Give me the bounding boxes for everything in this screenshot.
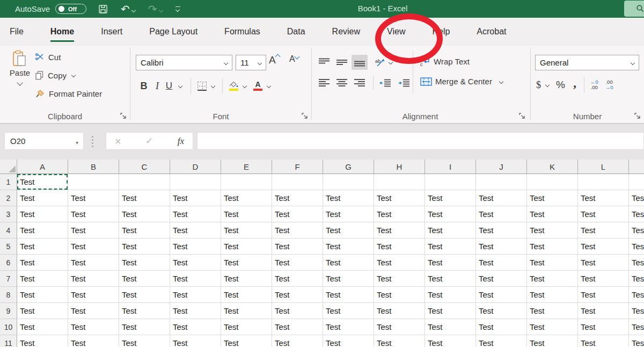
cell-G9[interactable]: Test — [323, 303, 374, 319]
cell-L9[interactable]: Test — [578, 303, 629, 319]
orientation-button[interactable]: ab — [375, 58, 385, 67]
cell-L2[interactable]: Test — [578, 190, 629, 206]
underline-dropdown-icon[interactable] — [178, 84, 182, 88]
cell-partial2[interactable]: Test — [629, 190, 644, 206]
clipboard-dialog-launcher[interactable] — [120, 113, 127, 119]
cell-partial10[interactable]: Test — [629, 319, 644, 335]
cell-K3[interactable]: Test — [527, 206, 578, 222]
tab-formulas[interactable]: Formulas — [224, 18, 260, 46]
fill-color-dropdown-icon[interactable] — [243, 84, 247, 88]
cell-E5[interactable]: Test — [221, 238, 272, 255]
cell-A7[interactable]: Test — [17, 271, 68, 287]
cell-E1[interactable] — [221, 174, 272, 190]
copy-dropdown-icon[interactable] — [71, 73, 76, 77]
cell-B4[interactable]: Test — [68, 222, 119, 238]
cell-I6[interactable]: Test — [425, 255, 476, 271]
cell-G4[interactable]: Test — [323, 222, 374, 238]
cell-F7[interactable]: Test — [272, 271, 323, 287]
cell-C5[interactable]: Test — [119, 238, 170, 255]
cell-H1[interactable] — [374, 174, 425, 190]
tab-acrobat[interactable]: Acrobat — [477, 18, 506, 46]
font-dialog-launcher[interactable] — [302, 113, 308, 119]
cell-E9[interactable]: Test — [221, 303, 272, 319]
cell-I2[interactable]: Test — [425, 190, 476, 206]
cell-D11[interactable]: Test — [170, 335, 221, 347]
cell-D7[interactable]: Test — [170, 271, 221, 287]
font-color-dropdown-icon[interactable] — [267, 84, 271, 88]
cell-D5[interactable]: Test — [170, 238, 221, 255]
tab-insert[interactable]: Insert — [101, 18, 122, 46]
cell-B7[interactable]: Test — [68, 271, 119, 287]
cell-A3[interactable]: Test — [17, 206, 68, 222]
column-header-D[interactable]: D — [170, 160, 221, 174]
decrease-font-size-button[interactable]: A — [289, 54, 299, 64]
cell-E7[interactable]: Test — [221, 271, 272, 287]
align-right-button[interactable] — [352, 75, 368, 90]
cell-J5[interactable]: Test — [476, 238, 527, 255]
cell-I4[interactable]: Test — [425, 222, 476, 238]
cell-B5[interactable]: Test — [68, 238, 119, 255]
cell-K10[interactable]: Test — [527, 319, 578, 335]
cell-C8[interactable]: Test — [119, 287, 170, 303]
cell-F5[interactable]: Test — [272, 238, 323, 255]
cell-C10[interactable]: Test — [119, 319, 170, 335]
cell-E10[interactable]: Test — [221, 319, 272, 335]
cell-L3[interactable]: Test — [578, 206, 629, 222]
increase-indent-button[interactable] — [398, 78, 411, 87]
underline-button[interactable]: U — [164, 81, 174, 91]
column-header-G[interactable]: G — [323, 160, 374, 174]
cell-D3[interactable]: Test — [170, 206, 221, 222]
font-family-combobox[interactable]: Calibri — [136, 55, 232, 70]
tab-help[interactable]: Help — [432, 18, 450, 46]
cell-H8[interactable]: Test — [374, 287, 425, 303]
cell-E3[interactable]: Test — [221, 206, 272, 222]
accounting-dropdown-icon[interactable] — [545, 83, 550, 87]
align-center-button[interactable] — [334, 75, 350, 90]
row-header-6[interactable]: 6 — [0, 255, 17, 271]
insert-function-button[interactable]: fx — [178, 136, 184, 147]
cell-A5[interactable]: Test — [17, 238, 68, 255]
cell-E8[interactable]: Test — [221, 287, 272, 303]
cell-I5[interactable]: Test — [425, 238, 476, 255]
cell-C11[interactable]: Test — [119, 335, 170, 347]
column-header-J[interactable]: J — [476, 160, 527, 174]
row-header-10[interactable]: 10 — [0, 319, 17, 335]
middle-align-button[interactable] — [334, 55, 350, 70]
cell-partial1[interactable] — [629, 174, 644, 190]
column-header-E[interactable]: E — [221, 160, 272, 174]
font-color-button[interactable]: A — [253, 81, 262, 91]
cell-L1[interactable] — [578, 174, 629, 190]
cell-K6[interactable]: Test — [527, 255, 578, 271]
cell-G6[interactable]: Test — [323, 255, 374, 271]
cell-B2[interactable]: Test — [68, 190, 119, 206]
cell-D8[interactable]: Test — [170, 287, 221, 303]
borders-dropdown-icon[interactable] — [211, 84, 215, 88]
borders-button[interactable] — [197, 82, 207, 91]
cell-K9[interactable]: Test — [527, 303, 578, 319]
cell-G8[interactable]: Test — [323, 287, 374, 303]
merge-center-button[interactable]: Merge & Center — [420, 77, 503, 86]
select-all-corner[interactable] — [0, 160, 17, 174]
cell-H6[interactable]: Test — [374, 255, 425, 271]
tab-data[interactable]: Data — [287, 18, 305, 46]
cell-A1[interactable]: Test — [17, 174, 68, 190]
cell-partial9[interactable]: Test — [629, 303, 644, 319]
cell-J3[interactable]: Test — [476, 206, 527, 222]
cell-H3[interactable]: Test — [374, 206, 425, 222]
font-size-combobox[interactable]: 11 — [236, 55, 266, 70]
cell-L4[interactable]: Test — [578, 222, 629, 238]
tab-home[interactable]: Home — [50, 18, 74, 46]
column-header-F[interactable]: F — [272, 160, 323, 174]
tab-view[interactable]: View — [387, 18, 405, 46]
cell-A10[interactable]: Test — [17, 319, 68, 335]
name-box[interactable]: O20 ▾ — [4, 132, 84, 150]
cell-K8[interactable]: Test — [527, 287, 578, 303]
cell-E2[interactable]: Test — [221, 190, 272, 206]
cell-K11[interactable]: Test — [527, 335, 578, 347]
cell-A4[interactable]: Test — [17, 222, 68, 238]
cell-G5[interactable]: Test — [323, 238, 374, 255]
cell-C4[interactable]: Test — [119, 222, 170, 238]
cell-A2[interactable]: Test — [17, 190, 68, 206]
cell-F10[interactable]: Test — [272, 319, 323, 335]
cell-partial3[interactable]: Test — [629, 206, 644, 222]
